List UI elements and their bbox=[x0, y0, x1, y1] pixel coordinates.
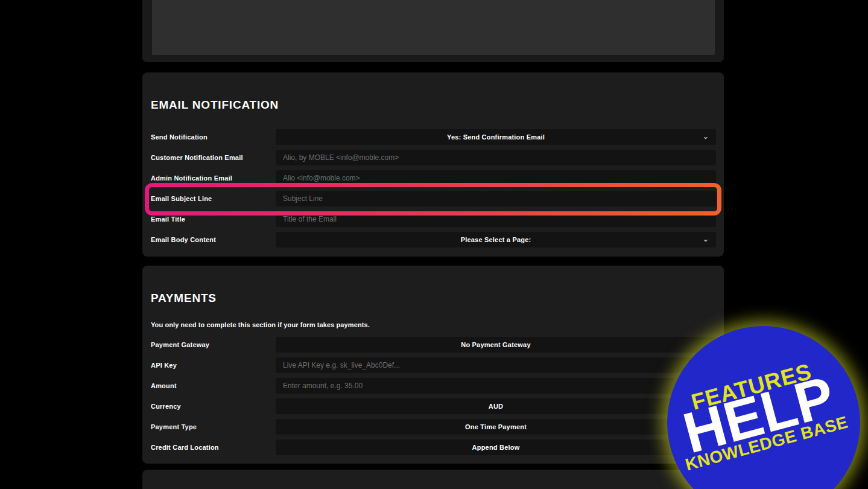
row-email-subject-line: Email Subject Line bbox=[151, 191, 716, 206]
chevron-down-icon: ⌄ bbox=[703, 235, 709, 243]
field-label: Email Body Content bbox=[151, 236, 276, 243]
field-label: Payment Type bbox=[151, 423, 276, 430]
field-label: Amount bbox=[151, 382, 276, 389]
api-key-input[interactable] bbox=[276, 357, 716, 373]
select-value: Please Select a Page: bbox=[461, 236, 531, 243]
email-notification-rows: Send Notification Yes: Send Confirmation… bbox=[142, 129, 724, 248]
field-label: Email Title bbox=[151, 216, 276, 223]
row-currency: Currency AUD bbox=[151, 398, 716, 414]
help-badge-text: FEATURES HELP KNOWLEDGE BASE bbox=[668, 353, 851, 475]
section-title-email-notification: EMAIL NOTIFICATION bbox=[142, 72, 724, 111]
row-email-title: Email Title bbox=[151, 211, 716, 227]
field-label: API Key bbox=[151, 362, 276, 369]
field-label: Admin Notification Email bbox=[151, 174, 276, 182]
row-amount: Amount bbox=[151, 378, 716, 394]
row-api-key: API Key bbox=[151, 357, 716, 373]
select-value: One Time Payment bbox=[465, 423, 527, 430]
select-value: AUD bbox=[489, 403, 503, 410]
row-email-body-content: Email Body Content Please Select a Page:… bbox=[151, 232, 716, 248]
section-title-payments: PAYMENTS bbox=[142, 266, 724, 304]
field-label: Send Notification bbox=[151, 133, 276, 141]
row-admin-notification-email: Admin Notification Email bbox=[151, 170, 716, 186]
payment-type-select[interactable]: One Time Payment bbox=[276, 419, 716, 435]
chevron-down-icon: ⌄ bbox=[703, 132, 709, 141]
credit-card-location-select[interactable]: Append Below bbox=[276, 439, 716, 455]
row-credit-card-location: Credit Card Location Append Below bbox=[151, 439, 716, 455]
field-label: Customer Notification Email bbox=[151, 154, 276, 161]
select-value: No Payment Gateway bbox=[461, 341, 530, 348]
row-send-notification: Send Notification Yes: Send Confirmation… bbox=[151, 129, 716, 145]
bottom-panel-card bbox=[142, 470, 724, 489]
email-notification-section: EMAIL NOTIFICATION Send Notification Yes… bbox=[142, 72, 724, 257]
field-label: Credit Card Location bbox=[151, 444, 276, 451]
payments-section: PAYMENTS You only need to complete this … bbox=[142, 266, 724, 464]
field-label: Currency bbox=[151, 403, 276, 410]
admin-notification-email-input[interactable] bbox=[276, 170, 716, 186]
select-value: Yes: Send Confirmation Email bbox=[447, 133, 545, 141]
email-subject-line-input[interactable] bbox=[276, 191, 716, 206]
payments-rows: Payment Gateway No Payment Gateway API K… bbox=[142, 337, 724, 455]
customer-notification-email-input[interactable] bbox=[276, 150, 716, 165]
currency-select[interactable]: AUD bbox=[276, 398, 716, 414]
payment-gateway-select[interactable]: No Payment Gateway bbox=[276, 337, 716, 353]
amount-input[interactable] bbox=[276, 378, 716, 394]
email-body-content-select[interactable]: Please Select a Page: ⌄ bbox=[276, 232, 716, 248]
top-panel-content bbox=[152, 0, 715, 55]
row-payment-gateway: Payment Gateway No Payment Gateway bbox=[151, 337, 716, 353]
select-value: Append Below bbox=[472, 444, 520, 451]
row-payment-type: Payment Type One Time Payment bbox=[151, 419, 716, 435]
field-label: Payment Gateway bbox=[151, 341, 276, 348]
top-panel-card bbox=[142, 0, 724, 62]
payments-note: You only need to complete this section i… bbox=[142, 321, 724, 328]
send-notification-select[interactable]: Yes: Send Confirmation Email ⌄ bbox=[276, 129, 716, 145]
row-customer-notification-email: Customer Notification Email bbox=[151, 150, 716, 165]
email-title-input[interactable] bbox=[276, 211, 716, 227]
field-label: Email Subject Line bbox=[151, 195, 276, 202]
